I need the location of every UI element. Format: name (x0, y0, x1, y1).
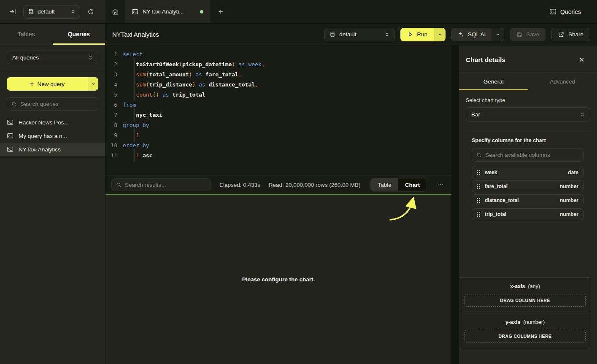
line-number: 9 (105, 130, 117, 140)
terminal-icon (549, 8, 556, 15)
code-line: 6from (105, 100, 451, 110)
code-line: 7 nyc_taxi (105, 110, 451, 120)
header-database-value: default (339, 31, 357, 38)
play-icon (408, 32, 413, 37)
home-tab-button[interactable] (105, 0, 125, 23)
search-queries-placeholder: Search queries (20, 101, 59, 107)
view-toggle-chart[interactable]: Chart (398, 178, 427, 191)
code-line: 2 toStartOfWeek(pickup_datetime) as week… (105, 59, 451, 70)
top-bar-left: default (0, 0, 105, 23)
chart-pane: Please configure the chart. (105, 195, 451, 364)
saved-query-item[interactable]: My query has a n... (0, 129, 105, 143)
view-toggle-table[interactable]: Table (371, 178, 398, 191)
drag-handle-icon (477, 170, 480, 175)
code-line: 3 sum(total_amount) as fare_total, (105, 70, 451, 80)
columns-search-input[interactable]: Search available columns (472, 148, 583, 162)
column-type: number (560, 211, 578, 217)
sql-editor[interactable]: 1select2 toStartOfWeek(pickup_datetime) … (105, 46, 451, 175)
chart-type-select[interactable]: Bar (466, 107, 590, 121)
topbar-database-value: default (38, 8, 55, 15)
run-options-button[interactable] (435, 28, 446, 41)
sidebar: Tables Queries All queries + New query (0, 24, 105, 364)
editor-column: 1select2 toStartOfWeek(pickup_datetime) … (105, 46, 451, 364)
chart-type-value: Bar (471, 111, 480, 118)
refresh-icon[interactable] (87, 8, 94, 15)
chart-details-panel: Chart details ✕ General Advanced Select … (459, 46, 597, 364)
column-type: date (568, 170, 578, 175)
saved-query-item[interactable]: NYTaxi Analytics (0, 143, 105, 156)
y-axis-section: y-axis(number)DRAG COLUMNS HERE (460, 313, 590, 349)
sql-ai-label: SQL AI (468, 31, 486, 38)
x-axis-section: x-axis(any)DRAG COLUMN HERE (460, 278, 590, 313)
sidebar-tab-tables[interactable]: Tables (0, 24, 53, 44)
search-icon (11, 101, 17, 107)
tab-nytaxi-analytics[interactable]: NYTaxi Analyti... (125, 0, 210, 23)
column-type: number (560, 183, 578, 189)
x-axis-drop-zone[interactable]: DRAG COLUMN HERE (465, 294, 586, 307)
sidebar-tabs: Tables Queries (0, 24, 105, 45)
column-chip-distance_total[interactable]: distance_totalnumber (472, 194, 583, 206)
y-axis-drop-zone[interactable]: DRAG COLUMNS HERE (465, 330, 586, 342)
sql-ai-button[interactable]: SQL AI (451, 28, 504, 41)
query-filter-value: All queries (12, 54, 39, 61)
axes-config-box: x-axis(any)DRAG COLUMN HEREy-axis(number… (460, 277, 590, 349)
panel-tabs: General Advanced (459, 72, 597, 90)
save-label: Save (526, 31, 539, 38)
sidebar-divider (0, 71, 105, 71)
column-chip-week[interactable]: weekdate (472, 167, 583, 178)
panel-body: Select chart type Bar Specify columns fo… (459, 90, 597, 220)
terminal-icon (7, 146, 14, 153)
column-name: fare_total (485, 183, 508, 189)
chevron-updown-icon (385, 32, 389, 37)
line-number: 3 (105, 70, 117, 80)
plus-icon: + (30, 80, 34, 88)
query-filter-select[interactable]: All queries (7, 51, 98, 64)
panel-tab-advanced[interactable]: Advanced (528, 73, 597, 90)
line-number: 7 (105, 110, 117, 120)
drag-handle-icon (477, 212, 480, 217)
queries-menu-label: Queries (560, 8, 581, 15)
header-database-selector[interactable]: default (324, 28, 394, 41)
queries-menu-button[interactable]: Queries (549, 0, 581, 23)
save-button[interactable]: Save (510, 28, 546, 41)
more-options-button[interactable]: ⋯ (435, 181, 446, 189)
collapse-sidebar-icon[interactable] (9, 8, 16, 15)
column-type: number (560, 197, 578, 203)
chevron-updown-icon (88, 55, 93, 60)
new-query-button[interactable]: + New query (7, 77, 98, 91)
column-chip-trip_total[interactable]: trip_totalnumber (472, 208, 583, 220)
top-bar: default NYTaxi Analyti... + (0, 0, 597, 24)
page-title: NYTaxi Analytics (112, 31, 159, 38)
close-icon[interactable]: ✕ (579, 56, 584, 64)
topbar-database-selector[interactable]: default (23, 5, 80, 19)
new-query-dropdown-button[interactable] (88, 77, 98, 91)
unsaved-changes-dot (200, 10, 203, 13)
search-queries-input[interactable]: Search queries (7, 97, 98, 111)
saved-query-item[interactable]: Hacker News Pos... (0, 116, 105, 129)
column-chip-fare_total[interactable]: fare_totalnumber (472, 181, 583, 192)
columns-label: Specify columns for the chart (472, 138, 583, 143)
search-icon (476, 152, 482, 158)
line-number: 10 (105, 140, 117, 151)
columns-search-placeholder: Search available columns (485, 152, 550, 158)
panel-title: Chart details (466, 56, 505, 64)
chevron-updown-icon (71, 9, 76, 14)
chart-empty-message: Please configure the chart. (242, 276, 315, 283)
run-button[interactable]: Run (400, 28, 446, 41)
share-button[interactable]: Share (551, 28, 590, 41)
search-results-placeholder: Search results... (125, 182, 166, 188)
line-number: 8 (105, 120, 117, 130)
code-line: 4 sum(trip_distance) as distance_total, (105, 80, 451, 90)
search-results-input[interactable]: Search results... (111, 178, 211, 191)
new-tab-button[interactable]: + (210, 0, 231, 23)
code-line: 8group by (105, 120, 451, 130)
sql-ai-dropdown-button[interactable] (492, 28, 504, 41)
sparkles-icon (458, 31, 464, 38)
annotation-arrow (387, 196, 422, 224)
code-line: 5 count() as trip_total (105, 90, 451, 100)
panel-tab-general[interactable]: General (459, 73, 528, 90)
code-line: 9 1 (105, 130, 451, 140)
sidebar-tab-queries[interactable]: Queries (53, 24, 105, 44)
save-icon (516, 32, 522, 38)
tab-strip: NYTaxi Analyti... + Queries (105, 0, 597, 23)
